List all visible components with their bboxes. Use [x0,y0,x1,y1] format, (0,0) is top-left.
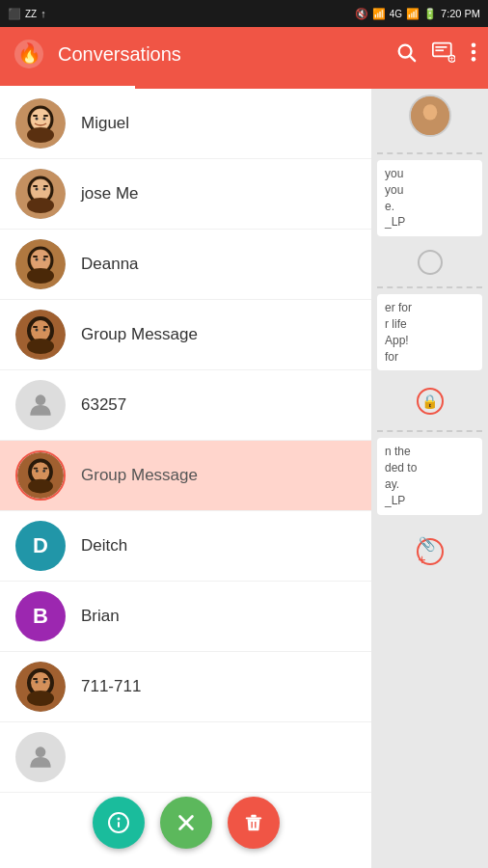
avatar-letter: B [33,604,48,629]
avatar [15,450,66,501]
svg-point-21 [31,179,50,201]
message-preview: n the ded to ay. _LP [377,438,482,514]
message-block-1: you you e. _LP [371,143,488,248]
svg-point-27 [27,198,54,213]
status-bar: ⬛ ZZ ↑ 🔇 📶 4G 📶 🔋 7:20 PM [0,0,488,27]
svg-rect-34 [43,256,48,258]
svg-point-46 [32,462,49,481]
list-item[interactable]: 63257 [0,370,371,441]
page-title: Conversations [58,43,384,66]
svg-point-54 [31,672,50,693]
status-left-icons: ⬛ ZZ ↑ [8,8,46,20]
svg-rect-58 [33,678,38,680]
message-preview: you you e. _LP [377,160,482,236]
svg-rect-26 [43,185,48,187]
contact-name: Group Message [81,466,198,485]
paperclip-icon: 📎+ [417,538,444,565]
svg-rect-67 [245,818,261,820]
svg-point-39 [36,329,39,332]
battery-icon: 🔋 [423,8,437,20]
logo-icon: 🔥 [14,39,44,69]
compose-icon[interactable]: + [432,41,455,68]
svg-rect-64 [118,822,120,827]
svg-rect-17 [33,115,38,117]
svg-point-9 [472,42,476,47]
svg-point-11 [472,57,476,62]
list-item[interactable]: D Deitch [0,511,371,582]
lock-indicator: 🔒 [371,384,488,419]
signal-icon: 📶 [406,8,420,20]
list-item[interactable]: Group Message [0,441,371,511]
svg-rect-41 [33,326,38,328]
svg-point-40 [43,329,46,332]
delete-button[interactable] [228,797,280,849]
avatar [409,95,451,137]
wifi-icon: 📶 [372,8,386,20]
message-preview: er for r life App! for [377,294,482,370]
svg-point-24 [43,188,46,191]
mute-icon: 🔇 [355,8,368,20]
time: 7:20 PM [441,8,480,19]
app-bar: 🔥 Conversations + [0,27,488,81]
avatar-letter: D [33,533,48,558]
bottom-actions [93,797,280,849]
notification-icon: ⬛ [8,8,21,20]
avatar: D [15,521,66,571]
contact-name: Brian [81,607,120,626]
svg-point-32 [43,258,46,261]
svg-rect-59 [43,678,48,680]
svg-point-29 [31,250,50,271]
svg-point-61 [36,746,46,757]
svg-rect-18 [43,115,48,117]
svg-point-23 [36,188,39,191]
more-icon[interactable] [471,41,476,68]
app-logo: 🔥 [12,37,46,71]
svg-point-57 [43,681,46,684]
svg-point-19 [27,127,54,143]
avatar [15,169,66,219]
contact-name: jose Me [81,184,139,203]
svg-point-31 [36,258,39,261]
svg-text:+: + [449,54,454,63]
status-right-icons: 🔇 📶 4G 📶 🔋 7:20 PM [355,8,480,20]
close-button[interactable] [160,797,212,849]
list-item[interactable]: Deanna [0,230,371,300]
list-item[interactable]: B Brian [0,582,371,652]
right-panel: you you e. _LP er for r life App! for 🔒 [371,89,488,868]
list-item[interactable] [0,722,371,793]
svg-point-63 [117,818,120,821]
divider [377,286,482,288]
network-icon: 4G [390,9,402,19]
svg-point-15 [36,118,39,121]
contact-name: Miguel [81,114,129,133]
svg-point-13 [31,109,50,130]
svg-rect-33 [33,256,38,258]
svg-point-10 [472,49,476,54]
avatar [15,662,66,712]
message-block-2: er for r life App! for [371,277,488,382]
svg-point-56 [36,681,39,684]
list-item[interactable]: jose Me [0,159,371,230]
svg-point-35 [27,268,54,284]
list-item[interactable]: Miguel [0,89,371,159]
svg-rect-50 [34,468,39,470]
divider [377,152,482,154]
right-top-avatar [371,89,488,143]
zz-icon: ZZ [25,9,37,19]
list-item[interactable]: Group Message [0,300,371,370]
svg-rect-42 [43,326,48,328]
svg-point-16 [43,118,46,121]
avatar: B [15,591,66,641]
info-button[interactable] [93,797,145,849]
paperclip-indicator: 📎+ [371,534,488,569]
contact-name: 63257 [81,395,126,415]
search-icon[interactable] [395,41,417,68]
svg-rect-25 [33,185,38,187]
list-item[interactable]: 711-711 [0,652,371,722]
message-block-3: n the ded to ay. _LP [371,420,488,526]
svg-point-60 [27,691,54,706]
contact-name: 711-711 [81,677,141,696]
svg-point-44 [36,394,46,405]
main-layout: Miguel jose Me [0,89,488,868]
svg-point-37 [31,320,50,341]
